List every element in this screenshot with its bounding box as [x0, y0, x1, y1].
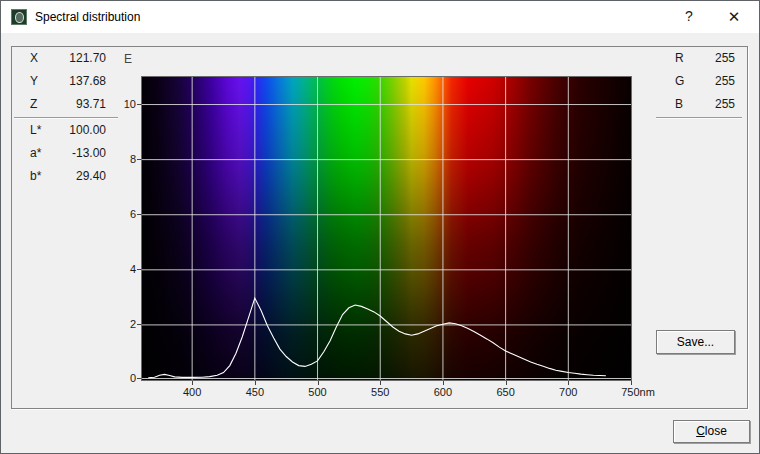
close-label-rest: lose: [705, 424, 727, 438]
z-label: Z: [30, 97, 37, 117]
lstar-value: 100.00: [69, 123, 106, 143]
close-button[interactable]: Close: [673, 420, 750, 443]
bstar-value: 29.40: [76, 169, 106, 189]
lab-row-a: a* -13.00: [30, 146, 106, 166]
r-value: 255: [715, 51, 735, 71]
g-label: G: [675, 74, 684, 94]
window-close-button[interactable]: ✕: [713, 1, 755, 32]
b-value: 255: [715, 97, 735, 117]
close-accelerator: C: [696, 424, 705, 438]
bstar-label: b*: [30, 169, 41, 189]
lstar-label: L*: [30, 123, 41, 143]
x-label: X: [30, 51, 38, 71]
xyz-row-z: Z 93.71: [30, 97, 106, 117]
g-value: 255: [715, 74, 735, 94]
xyz-lab-separator: [14, 117, 118, 119]
rgb-row-b: B 255: [675, 97, 735, 117]
app-icon: [11, 9, 27, 25]
save-button[interactable]: Save...: [656, 330, 735, 354]
y-value: 137.68: [69, 74, 106, 94]
spectral-distribution-dialog: Spectral distribution ? ✕ X 121.70 Y 137…: [0, 0, 760, 454]
rgb-separator: [656, 117, 742, 119]
r-label: R: [675, 51, 684, 71]
title-bar: Spectral distribution ? ✕: [1, 1, 759, 33]
rgb-row-r: R 255: [675, 51, 735, 71]
y-axis-label: E: [124, 52, 132, 66]
b-label: B: [675, 97, 683, 117]
rgb-row-g: G 255: [675, 74, 735, 94]
x-value: 121.70: [69, 51, 106, 71]
astar-label: a*: [30, 146, 41, 166]
window-title: Spectral distribution: [35, 1, 140, 33]
y-label: Y: [30, 74, 38, 94]
spectral-chart: [141, 76, 632, 381]
xyz-row-y: Y 137.68: [30, 74, 106, 94]
help-button[interactable]: ?: [668, 1, 710, 32]
spectral-curve: [148, 298, 606, 378]
astar-value: -13.00: [72, 146, 106, 166]
z-value: 93.71: [76, 97, 106, 117]
spectral-curve-svg: [142, 77, 631, 380]
fingerprint-icon: [15, 12, 24, 23]
lab-row-b: b* 29.40: [30, 169, 106, 189]
lab-row-l: L* 100.00: [30, 123, 106, 143]
xyz-row-x: X 121.70: [30, 51, 106, 71]
